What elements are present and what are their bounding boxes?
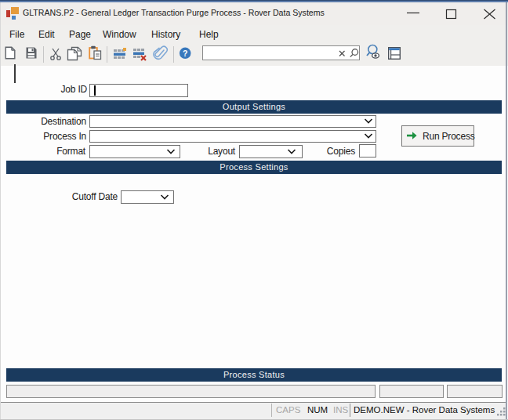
- svg-text:?: ?: [183, 49, 187, 58]
